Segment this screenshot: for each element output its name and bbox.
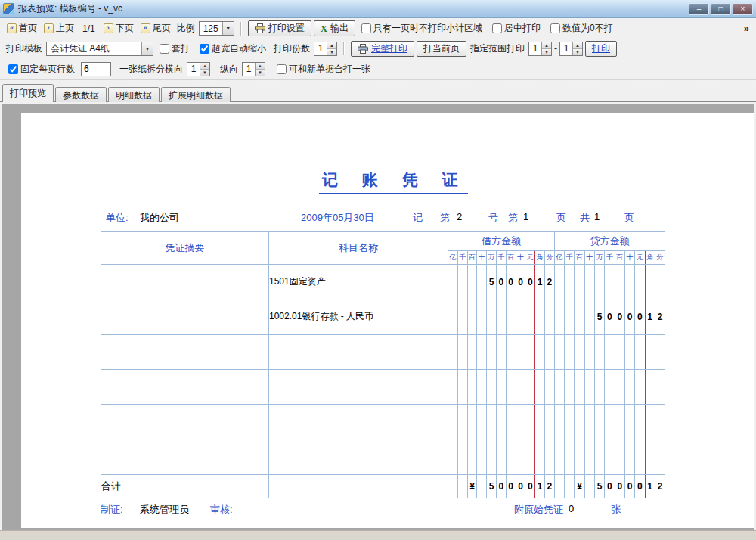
amount-digit-cell	[605, 405, 615, 439]
summary-cell	[101, 439, 269, 474]
amount-digit-cell	[457, 265, 467, 299]
amount-digit-cell	[487, 369, 497, 404]
last-page-button[interactable]: » 尾页	[138, 21, 173, 36]
split-vertical-spinner[interactable]: 1 ▲▼	[242, 62, 265, 76]
amount-digit-cell	[457, 474, 467, 498]
digit-header-cell: 百	[506, 251, 516, 265]
amount-digit-cell: 2	[655, 474, 665, 498]
digit-header-cell: 分	[655, 251, 665, 265]
excel-export-icon: X	[321, 23, 327, 35]
account-cell: 1501固定资产	[269, 265, 448, 299]
fixed-rows-input[interactable]	[81, 62, 111, 76]
amount-digit-cell	[565, 334, 575, 369]
last-page-label: 尾页	[153, 22, 171, 35]
overlay-checkbox-group[interactable]: 套打	[160, 42, 190, 55]
amount-digit-cell	[535, 369, 545, 404]
split-horizontal-spinner[interactable]: 1 ▲▼	[187, 62, 210, 76]
overlay-checkbox[interactable]	[160, 44, 169, 54]
amount-digit-cell	[467, 334, 477, 369]
amount-digit-cell	[516, 299, 525, 334]
zero-value-checkbox-group[interactable]: 数值为0不打	[550, 22, 613, 35]
audit-label: 审核:	[210, 503, 233, 517]
toolbar-overflow-icon[interactable]: »	[742, 23, 751, 34]
no-subtotal-checkbox[interactable]	[361, 23, 371, 33]
amount-digit-cell	[496, 299, 506, 334]
amount-digit-cell	[575, 369, 584, 404]
copies-spinner[interactable]: 1 ▲▼	[314, 42, 337, 56]
account-cell	[269, 405, 448, 439]
page-number: 1	[523, 211, 528, 222]
amount-digit-cell: ¥	[467, 474, 477, 498]
total-pages-prefix: 共	[580, 211, 590, 225]
tab-extended-detail-data[interactable]: 扩展明细数据	[161, 87, 231, 102]
spinner-arrows-icon[interactable]: ▲▼	[255, 63, 265, 76]
scale-dropdown[interactable]: 125 ▼	[199, 21, 234, 36]
autoshrink-checkbox-group[interactable]: 超宽自动缩小	[200, 42, 266, 55]
first-page-label: 首页	[19, 22, 37, 35]
unit-value: 我的公司	[140, 211, 179, 225]
amount-digit-cell	[467, 299, 477, 334]
amount-digit-cell	[584, 369, 594, 404]
first-page-button[interactable]: « 首页	[5, 21, 39, 36]
amount-digit-cell	[448, 405, 458, 439]
horizontal-scrollbar[interactable]	[0, 530, 756, 540]
fixed-rows-checkbox[interactable]	[8, 64, 18, 74]
zero-value-label: 数值为0不打	[562, 22, 613, 35]
amount-digit-cell	[535, 439, 545, 474]
maximize-button[interactable]: □	[711, 3, 731, 15]
digit-header-cell: 百	[615, 251, 624, 265]
amount-digit-cell	[467, 265, 477, 299]
next-page-button[interactable]: › 下页	[101, 21, 136, 36]
full-print-button[interactable]: 完整打印	[351, 41, 414, 57]
fixed-rows-checkbox-group[interactable]: 固定每页行数	[8, 63, 75, 76]
template-dropdown[interactable]: 会计凭证 A4纸 ▼	[46, 42, 153, 56]
minimize-button[interactable]: –	[689, 3, 709, 15]
preview-area[interactable]: 记 账 凭 证 单位: 我的公司 2009年05月30日 记 第 2 号 第 1…	[2, 104, 754, 530]
digit-header-cell: 万	[487, 251, 497, 265]
no-subtotal-checkbox-group[interactable]: 只有一页时不打印小计区域	[361, 22, 482, 35]
amount-digit-cell	[516, 405, 525, 439]
amount-digit-cell	[477, 334, 487, 369]
summary-cell	[101, 369, 269, 404]
amount-digit-cell	[595, 265, 605, 299]
print-settings-button[interactable]: 打印设置	[248, 20, 311, 36]
amount-digit-cell	[635, 439, 645, 474]
amount-digit-cell	[645, 265, 655, 299]
amount-digit-cell	[554, 299, 564, 334]
chevron-down-icon[interactable]: ▼	[141, 42, 153, 55]
amount-digit-cell	[565, 439, 575, 474]
tab-detail-data[interactable]: 明细数据	[108, 87, 160, 102]
range-to-spinner[interactable]: 1 ▲▼	[559, 42, 583, 56]
amount-digit-cell	[584, 299, 594, 334]
print-button[interactable]: 打印	[585, 41, 617, 57]
amount-digit-cell	[575, 265, 584, 299]
center-print-checkbox-group[interactable]: 居中打印	[492, 22, 541, 35]
range-from-spinner[interactable]: 1 ▲▼	[528, 42, 552, 56]
spinner-arrows-icon[interactable]: ▲▼	[327, 42, 336, 55]
center-print-checkbox[interactable]	[492, 23, 502, 33]
amount-digit-cell	[595, 334, 605, 369]
digit-header-cell: 角	[645, 251, 655, 265]
close-button[interactable]: ×	[733, 3, 753, 15]
prev-page-button[interactable]: ‹ 上页	[42, 21, 76, 36]
amount-digit-cell	[457, 334, 467, 369]
combine-checkbox-group[interactable]: 可和新单据合打一张	[277, 63, 370, 76]
spinner-arrows-icon[interactable]: ▲▼	[200, 63, 209, 76]
zero-value-checkbox[interactable]	[550, 23, 560, 33]
spinner-arrows-icon[interactable]: ▲▼	[572, 42, 582, 55]
digit-header-cell: 百	[467, 251, 477, 265]
tab-parameter-data[interactable]: 参数数据	[55, 87, 107, 102]
combine-checkbox[interactable]	[277, 64, 287, 74]
amount-digit-cell	[477, 474, 487, 498]
chevron-down-icon[interactable]: ▼	[222, 22, 234, 35]
number-suffix: 号	[488, 211, 498, 225]
output-button[interactable]: X 输出	[314, 20, 355, 36]
tab-print-preview[interactable]: 打印预览	[2, 84, 54, 102]
spinner-arrows-icon[interactable]: ▲▼	[541, 42, 551, 55]
amount-digit-cell: 5	[487, 474, 497, 498]
print-current-button[interactable]: 打当前页	[417, 41, 466, 57]
page-indicator: 1/1	[82, 23, 95, 34]
autoshrink-checkbox[interactable]	[200, 44, 209, 54]
amount-digit-cell	[457, 369, 467, 404]
digit-header-cell: 千	[565, 251, 575, 265]
